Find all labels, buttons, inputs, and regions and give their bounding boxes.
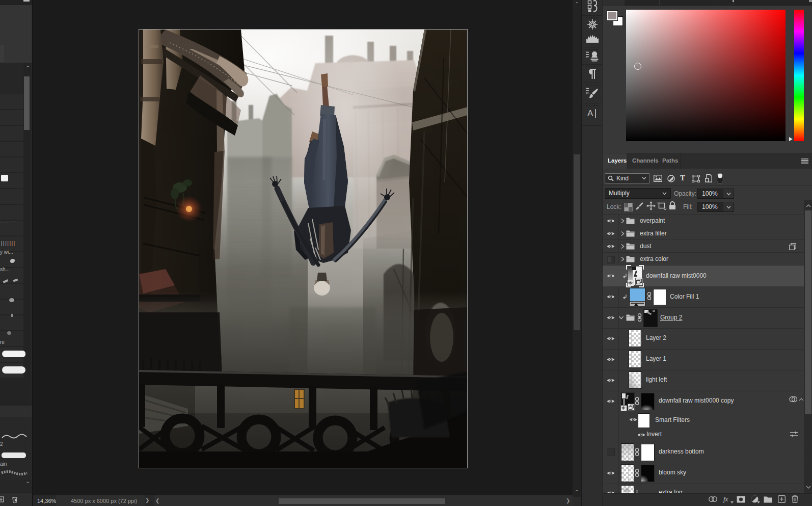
svg-text:A: A: [587, 109, 593, 118]
